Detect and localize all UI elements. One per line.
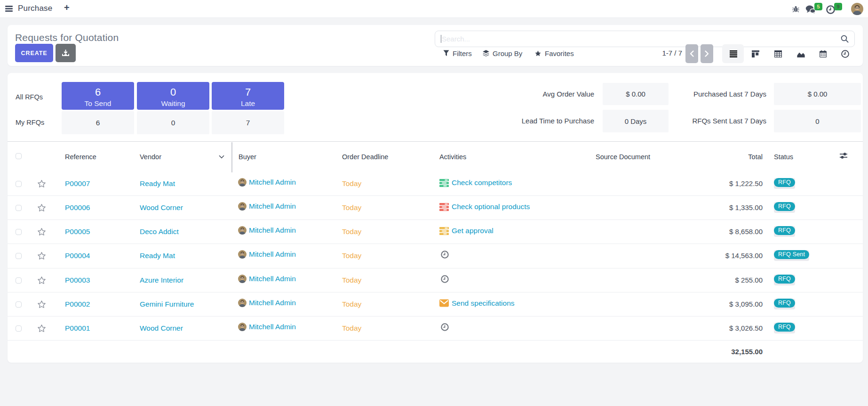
cell-vendor[interactable]: Azure Interior — [140, 276, 183, 284]
row-checkbox[interactable] — [16, 301, 22, 308]
table-row[interactable]: P00007 Ready Mat Mitchell Admin Today Ch… — [8, 172, 863, 196]
my-late-value[interactable]: 7 — [212, 111, 284, 134]
favorite-star-icon[interactable] — [37, 179, 47, 189]
plus-icon[interactable]: + — [64, 2, 70, 13]
cell-vendor[interactable]: Ready Mat — [140, 252, 175, 260]
cell-vendor[interactable]: Wood Corner — [140, 324, 183, 333]
activity-label[interactable]: Get approval — [452, 227, 494, 235]
activity-label[interactable]: Send specifications — [452, 299, 515, 308]
cell-reference[interactable]: P00007 — [65, 179, 90, 188]
app-title[interactable]: Purchase — [18, 4, 52, 13]
search-input[interactable] — [442, 35, 841, 43]
cell-order-deadline[interactable]: Today — [342, 300, 361, 309]
activity-icon[interactable] — [441, 323, 449, 331]
cell-buyer[interactable]: Mitchell Admin — [238, 226, 296, 235]
cell-buyer[interactable]: Mitchell Admin — [238, 178, 296, 187]
row-checkbox[interactable] — [16, 205, 22, 211]
table-row[interactable]: P00002 Gemini Furniture Mitchell Admin T… — [8, 292, 863, 317]
cell-buyer[interactable]: Mitchell Admin — [238, 275, 296, 283]
row-checkbox[interactable] — [16, 229, 22, 235]
favorite-star-icon[interactable] — [37, 203, 47, 213]
column-header-reference[interactable]: Reference — [65, 153, 96, 161]
view-switcher-graph[interactable] — [796, 49, 805, 58]
sort-chevron-down-icon[interactable] — [219, 155, 224, 159]
cell-vendor[interactable]: Gemini Furniture — [140, 300, 194, 309]
column-header-total[interactable]: Total — [748, 153, 763, 161]
column-header-vendor[interactable]: Vendor — [140, 153, 161, 161]
cell-order-deadline[interactable]: Today — [342, 276, 361, 284]
cell-buyer[interactable]: Mitchell Admin — [238, 202, 296, 211]
cell-order-deadline[interactable]: Today — [342, 252, 361, 260]
select-all-checkbox[interactable] — [16, 153, 22, 159]
optional-columns-icon[interactable] — [840, 153, 847, 159]
cell-activity[interactable]: Get approval — [439, 227, 494, 235]
view-switcher-activity[interactable] — [841, 49, 849, 58]
activity-icon[interactable] — [439, 299, 449, 307]
cell-buyer[interactable]: Mitchell Admin — [238, 299, 296, 307]
activity-label[interactable]: Check optional products — [452, 203, 530, 211]
table-row[interactable]: P00005 Deco Addict Mitchell Admin Today … — [8, 220, 863, 244]
cell-vendor[interactable]: Deco Addict — [140, 227, 179, 236]
search-icon[interactable] — [841, 35, 849, 43]
view-switcher-pivot[interactable] — [774, 49, 782, 58]
user-avatar[interactable] — [851, 3, 863, 15]
view-switcher-kanban[interactable] — [751, 49, 760, 58]
cell-order-deadline[interactable]: Today — [342, 324, 361, 333]
cell-activity[interactable] — [441, 275, 452, 283]
cell-activity[interactable]: Check optional products — [439, 203, 530, 211]
favorite-star-icon[interactable] — [37, 300, 47, 309]
cell-activity[interactable] — [441, 251, 452, 259]
column-header-buyer[interactable]: Buyer — [239, 153, 256, 161]
row-checkbox[interactable] — [16, 253, 22, 259]
row-checkbox[interactable] — [16, 277, 22, 284]
table-row[interactable]: P00001 Wood Corner Mitchell Admin Today … — [8, 317, 863, 341]
cell-reference[interactable]: P00003 — [65, 276, 90, 284]
cell-vendor[interactable]: Wood Corner — [140, 203, 183, 212]
cell-activity[interactable]: Check competitors — [439, 179, 512, 187]
favorite-star-icon[interactable] — [37, 227, 47, 237]
create-button[interactable]: CREATE — [15, 44, 53, 62]
search-bar[interactable] — [435, 31, 855, 47]
cell-reference[interactable]: P00002 — [65, 300, 90, 309]
cell-reference[interactable]: P00006 — [65, 203, 90, 212]
cell-vendor[interactable]: Ready Mat — [140, 179, 175, 188]
cell-buyer[interactable]: Mitchell Admin — [238, 250, 296, 259]
column-header-order-deadline[interactable]: Order Deadline — [342, 153, 388, 161]
favorite-star-icon[interactable] — [37, 251, 47, 261]
view-switcher-calendar[interactable] — [819, 49, 827, 58]
to-send-button[interactable]: 6 To Send — [62, 82, 134, 110]
favorite-star-icon[interactable] — [37, 324, 47, 333]
pager-next-button[interactable] — [701, 44, 713, 63]
cell-reference[interactable]: P00005 — [65, 227, 90, 236]
table-row[interactable]: P00006 Wood Corner Mitchell Admin Today … — [8, 196, 863, 220]
favorite-star-icon[interactable] — [37, 276, 47, 285]
export-button[interactable] — [56, 44, 76, 62]
pager-previous-button[interactable] — [685, 44, 698, 63]
filters-menu[interactable]: Filters — [443, 49, 472, 57]
cell-reference[interactable]: P00004 — [65, 252, 90, 260]
cell-activity[interactable]: Send specifications — [439, 299, 515, 308]
late-button[interactable]: 7 Late — [212, 82, 284, 110]
debug-bug-icon[interactable] — [792, 5, 799, 13]
pager-range[interactable]: 1-7 / 7 — [630, 49, 682, 57]
column-header-source-document[interactable]: Source Document — [596, 153, 650, 161]
cell-order-deadline[interactable]: Today — [342, 203, 361, 212]
row-checkbox[interactable] — [16, 181, 22, 187]
cell-activity[interactable] — [441, 323, 452, 331]
activity-icon[interactable] — [439, 227, 449, 235]
view-switcher-list[interactable] — [729, 49, 738, 58]
table-row[interactable]: P00003 Azure Interior Mitchell Admin Tod… — [8, 268, 863, 292]
column-header-status[interactable]: Status — [774, 153, 793, 161]
apps-menu-icon[interactable] — [5, 6, 13, 12]
cell-reference[interactable]: P00001 — [65, 324, 90, 333]
group-by-menu[interactable]: Group By — [483, 49, 522, 57]
waiting-button[interactable]: 0 Waiting — [137, 82, 209, 110]
activity-icon[interactable] — [441, 275, 449, 283]
my-to-send-value[interactable]: 6 — [62, 111, 134, 134]
activity-icon[interactable] — [439, 203, 449, 211]
cell-order-deadline[interactable]: Today — [342, 179, 361, 188]
row-checkbox[interactable] — [16, 325, 22, 332]
cell-buyer[interactable]: Mitchell Admin — [238, 323, 296, 331]
cell-order-deadline[interactable]: Today — [342, 227, 361, 236]
activity-icon[interactable] — [441, 251, 449, 259]
